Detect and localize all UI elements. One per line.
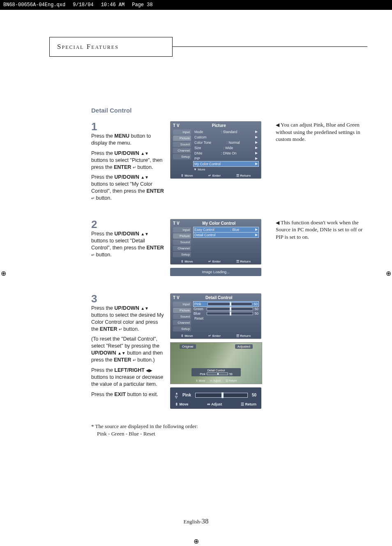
crop-mark-top: ⊕ [194,1,199,9]
file-name: BN68-00656A-04Eng.qxd [3,2,65,8]
enter-icon: ↵ [119,327,122,332]
updown-icon: ▲▼ [141,151,149,156]
step-1: 1 Press the MENU button to display the m… [91,121,371,205]
crop-mark-bottom: ⊕ [194,537,199,545]
page-footer: English-38 [0,517,392,525]
osd-screenshot-detail: T V Detail Control Input Picture Sound C… [170,293,271,409]
section-rule [173,46,367,47]
footnote: * The source are displayed in the follow… [91,423,371,438]
step-2-num: 2 [91,219,165,230]
enter-icon: ↵ [133,358,136,362]
section-header: Special Features [49,37,173,57]
file-time: 10:46 AM [101,2,125,8]
section-header-text: Special Features [57,43,119,51]
updown-icon: ▲▼ [118,351,126,355]
step-2: 2 Press the UP/DOWN ▲▼ buttons to select… [91,219,371,279]
section-subtitle: Detail Control [91,107,371,114]
updown-icon: ▲▼ [141,232,149,236]
osd-screenshot-mycolor: T V My Color Control Input Picture Sound… [170,219,271,279]
pink-slider-bar: ▲▽ Pink 50 ⇕ Move ⇔ Adjust ☰ Return [170,387,261,409]
file-page: Page 38 [132,2,152,8]
crop-mark-left: ⊕ [1,269,6,277]
file-date: 9/18/04 [73,2,93,8]
step-3-num: 3 [91,293,165,304]
loading-indicator: Image Loading... [170,268,261,276]
step-1-note: You can adjust Pink, Blue and Green with… [276,121,370,205]
compare-preview: Original Adjusted Detail Control Pink 50… [170,342,262,384]
enter-icon: ↵ [91,253,95,257]
crop-mark-right: ⊕ [386,269,391,277]
step-3: 3 Press the UP/DOWN ▲▼ buttons to select… [91,293,371,409]
step-2-note: This function doesn't work when the Sour… [276,219,370,279]
step-1-num: 1 [91,121,165,132]
updown-icon: ▲▼ [141,306,149,311]
osd-screenshot-picture: T V Picture Input Picture Sound Channel … [170,121,271,205]
enter-icon: ↵ [133,165,136,170]
enter-icon: ↵ [91,196,95,200]
updown-icon: ▲▼ [141,175,149,180]
leftright-icon: ◀▶ [146,368,152,373]
